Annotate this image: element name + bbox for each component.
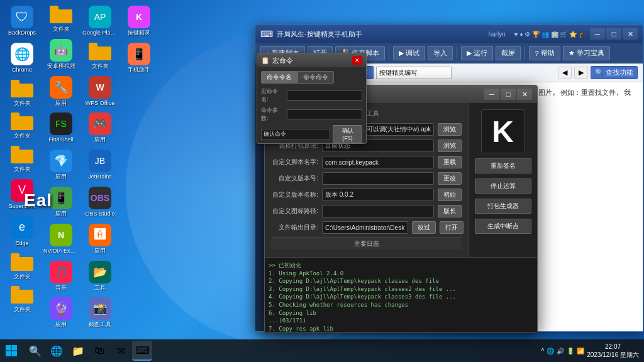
taskbar-start-btn[interactable]: [0, 339, 23, 362]
settings-field-btn-2[interactable]: 浏览: [438, 140, 462, 152]
settings-field-btn-3[interactable]: 重载: [438, 156, 462, 168]
play-icon: ▶: [399, 49, 404, 57]
settings-breakpoint-btn[interactable]: 生成中断点: [475, 219, 531, 234]
taskbar-system-tray: ^ 🌐 🔊 🔋 📶 22:07 2023/12/16 星期六: [536, 343, 644, 359]
settings-stop-btn[interactable]: 停止运算: [475, 178, 531, 194]
settings-minimize-btn[interactable]: ─: [484, 89, 499, 100]
settings-field-input-5[interactable]: [322, 189, 434, 201]
toolbar-learning-btn[interactable]: ★ 学习宝典: [563, 46, 610, 60]
sub-field-input-2[interactable]: [287, 109, 362, 119]
desktop-icon-android[interactable]: 🤖 安卓模拟器: [42, 36, 80, 72]
desktop-icon-edge[interactable]: e Edge: [3, 214, 41, 250]
taskbar-store-btn[interactable]: 🛍: [89, 341, 109, 361]
settings-close-btn[interactable]: ✕: [517, 89, 532, 100]
star-icon: ★: [569, 49, 575, 57]
taskbar: 🔍 🌐 📁 🛍 ✉ ⌨ ^ 🌐 🔊 🔋 📶 22:07 2023/12/16 星…: [0, 339, 644, 362]
settings-field-btn-6[interactable]: 版长: [438, 205, 462, 217]
sub-dialog-body: 命令令名 命令命令 宏命令名: 命令参数: 确认(F5): [257, 67, 366, 147]
desktop-icon-nvidia[interactable]: N NVIDIA Experience: [42, 221, 80, 257]
desktop-icon-app12[interactable]: K 按键精灵: [120, 3, 158, 39]
svg-rect-1: [12, 345, 18, 351]
taskbar-search-btn[interactable]: 🔍: [25, 341, 45, 361]
desktop: 🛡 BackDrops 🌐 Chrome 文件夹 文件夹: [0, 0, 644, 362]
sub-tab-1[interactable]: 命令令名: [261, 71, 297, 84]
prev-btn[interactable]: ◀: [558, 67, 572, 79]
desktop-icon-folder3[interactable]: 文件夹: [3, 143, 41, 175]
desktop-icon-chrome[interactable]: 🌐 Chrome: [3, 40, 41, 76]
window-minimize-btn[interactable]: ─: [590, 28, 605, 40]
desktop-icon-app11[interactable]: 📸 截图工具: [81, 295, 119, 331]
desktop-icon-app3[interactable]: 💎 应用: [42, 147, 80, 183]
desktop-icon-app8[interactable]: JB JetBrains: [81, 147, 119, 183]
settings-field-btn-5[interactable]: 初始: [438, 189, 462, 201]
desktop-icon-folder4[interactable]: 文件夹: [3, 251, 41, 283]
desktop-icon-app10[interactable]: 📂 工具: [81, 258, 119, 294]
taskbar-clock[interactable]: 22:07 2023/12/16 星期六: [587, 343, 639, 359]
taskbar-keyboard-btn[interactable]: ⌨: [132, 341, 152, 361]
sub-dialog-macro: 📋 宏命令 ✕ 命令令名 命令命令 宏命令名: 命令参数: 确认(F5): [257, 53, 367, 144]
sub-dialog-close-btn[interactable]: ✕: [352, 56, 362, 65]
desktop-icon-folder5[interactable]: 文件夹: [3, 283, 41, 315]
desktop-icon-obs[interactable]: OBS OBS Studio: [81, 184, 119, 220]
settings-field-input-6[interactable]: [322, 205, 434, 217]
desktop-icon-app9[interactable]: 🅰 应用: [81, 221, 119, 257]
desktop-icon-backdrops[interactable]: 🛡 BackDrops: [3, 3, 41, 39]
sub-field-row-1: 宏命令名:: [261, 87, 362, 104]
desktop-icon-app7[interactable]: 🎮 应用: [81, 110, 119, 146]
desktop-icon-wps[interactable]: W WPS Office: [81, 74, 119, 109]
sub-tab-2[interactable]: 命令命令: [297, 71, 334, 84]
desktop-icon-app2[interactable]: 🔧 应用: [42, 74, 80, 109]
settings-maximize-btn[interactable]: □: [501, 89, 516, 100]
taskbar-date-display: 2023/12/16 星期六: [587, 351, 639, 359]
settings-field-row-6: 自定义图标路径: 版长: [271, 205, 462, 217]
tray-volume-icon[interactable]: 🔊: [557, 348, 564, 354]
toolbar-separator-3: [525, 47, 525, 60]
settings-field-input-4[interactable]: [322, 172, 434, 185]
toolbar-import-btn[interactable]: 导入: [428, 46, 453, 60]
toolbar-run-btn[interactable]: ▶ 运行: [461, 46, 493, 60]
settings-field-row-3: 自定义脚本名字: 重载: [271, 156, 462, 168]
settings-field-btn-4[interactable]: 更改: [438, 172, 462, 185]
toolbar-screenshot-btn[interactable]: 截屏: [496, 46, 521, 60]
settings-field-input-3[interactable]: [322, 156, 434, 168]
tray-battery-icon[interactable]: 🔋: [567, 348, 574, 354]
window-close-btn[interactable]: ✕: [623, 28, 638, 40]
search-btn[interactable]: 🔍 查找功能: [591, 66, 638, 79]
sub-field-input-1[interactable]: [287, 90, 362, 101]
sub-dialog-icon: 📋: [261, 57, 270, 65]
sub-confirm-btn[interactable]: 确认(F5): [333, 125, 362, 143]
desktop-icon-folder2[interactable]: 文件夹: [3, 110, 41, 142]
k-letter: K: [492, 114, 514, 149]
settings-field-btn-7b[interactable]: 打开: [440, 221, 464, 234]
tray-arrow-icon[interactable]: ^: [541, 348, 544, 354]
settings-k-logo: K: [481, 109, 525, 153]
settings-field-input-7[interactable]: [322, 221, 408, 234]
settings-pack-btn[interactable]: 打包生成器: [475, 199, 531, 214]
desktop-icon-finalshell[interactable]: FS FinalShell: [42, 110, 80, 146]
next-btn[interactable]: ▶: [574, 67, 588, 79]
tray-wifi-icon[interactable]: 📶: [577, 348, 584, 354]
settings-field-btn-7a[interactable]: 改过: [412, 221, 436, 234]
taskbar-browser-btn[interactable]: 🌐: [47, 341, 67, 361]
taskbar-folder-btn[interactable]: 📁: [68, 341, 88, 361]
sub-bottom-input[interactable]: [261, 129, 330, 140]
desktop-icon-music[interactable]: 🎵 音乐: [42, 258, 80, 294]
desktop-icon-folder1[interactable]: 文件夹: [3, 77, 41, 109]
toolbar-help-btn[interactable]: ? 帮助: [529, 46, 560, 60]
window-maximize-btn[interactable]: □: [606, 28, 621, 40]
taskbar-mail-btn[interactable]: ✉: [111, 341, 131, 361]
settings-field-btn-1[interactable]: 浏览: [438, 123, 462, 136]
script-name-input[interactable]: [376, 67, 452, 79]
desktop-icon-folder7[interactable]: 文件夹: [81, 40, 119, 72]
window-user: harlyn: [488, 31, 505, 38]
tray-network-icon[interactable]: 🌐: [547, 348, 554, 354]
toolbar-debug-btn[interactable]: ▶ 调试: [393, 46, 425, 60]
svg-rect-2: [6, 351, 11, 357]
sub-dialog-bottom: 确认(F5): [261, 125, 362, 143]
settings-resign-btn[interactable]: 重新签名: [475, 158, 531, 173]
desktop-icon-app13[interactable]: 📱 手机助手: [120, 40, 158, 76]
desktop-icon-folder6[interactable]: 文件夹: [42, 3, 80, 35]
desktop-icon-app6[interactable]: AP Google Play 游戏: [81, 3, 119, 39]
desktop-icon-app5[interactable]: 🔮 应用: [42, 295, 80, 331]
window-title-text: 开局风生-按键精灵手机助手: [277, 30, 484, 39]
